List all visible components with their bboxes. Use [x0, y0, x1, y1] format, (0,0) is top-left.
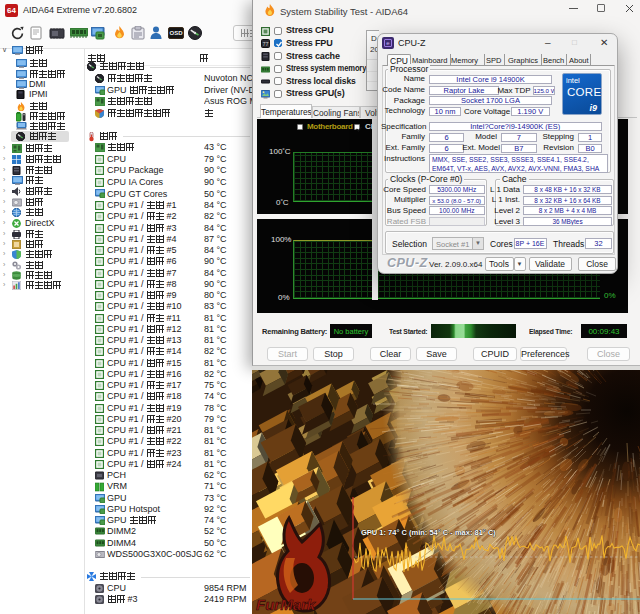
svg-text:GPU 1: 74° C (min: 54° C - max: GPU 1: 74° C (min: 54° C - max: 81° C)	[361, 528, 496, 537]
svg-text:77: 77	[262, 41, 268, 47]
svg-text:FurMark: FurMark	[256, 596, 316, 613]
